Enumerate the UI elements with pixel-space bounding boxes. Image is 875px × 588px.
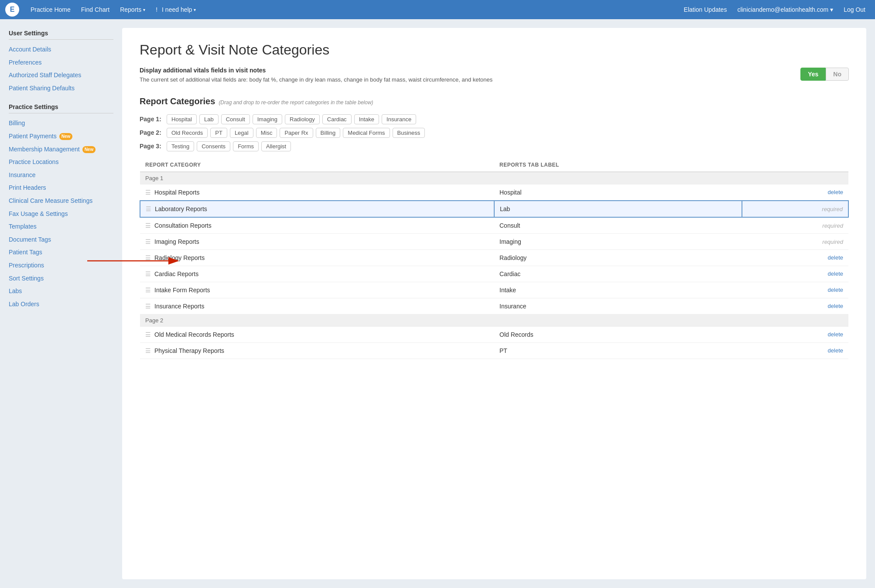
- action-cell: required: [742, 233, 848, 250]
- table-row: ☰Radiology ReportsRadiologydelete: [140, 250, 848, 266]
- sidebar-item-authorized-staff-delegates[interactable]: Authorized Staff Delegates: [9, 69, 113, 82]
- drag-handle-icon[interactable]: ☰: [145, 331, 151, 338]
- page-label-3: Page 3:: [140, 143, 164, 150]
- category-tag-medical-forms: Medical Forms: [343, 128, 390, 138]
- report-category-name: Laboratory Reports: [155, 205, 207, 212]
- delete-link[interactable]: delete: [828, 270, 843, 277]
- vitals-toggle-buttons: Yes No: [800, 68, 849, 81]
- delete-link[interactable]: delete: [828, 254, 843, 261]
- category-tag-cardiac: Cardiac: [322, 114, 352, 124]
- help-arrow-icon: ▾: [194, 7, 196, 12]
- category-tag-consents: Consents: [197, 141, 230, 151]
- category-tag-allergist: Allergist: [261, 141, 291, 151]
- drag-handle-icon[interactable]: ☰: [145, 254, 151, 261]
- nav-user-menu[interactable]: cliniciandemo@elationhealth.com ▾: [733, 3, 837, 16]
- action-cell: delete: [742, 298, 848, 314]
- user-arrow-icon: ▾: [830, 6, 833, 13]
- sidebar-item-patient-tags[interactable]: Patient Tags: [9, 246, 113, 259]
- category-tag-forms: Forms: [233, 141, 259, 151]
- delete-link[interactable]: delete: [828, 347, 843, 354]
- action-cell: required: [742, 201, 848, 217]
- page-wrapper: User Settings Account DetailsPreferences…: [0, 0, 875, 588]
- report-categories-section: Report Categories (Drag and drop to re-o…: [140, 96, 849, 151]
- badge-membership-management: New: [82, 146, 96, 153]
- drag-handle-icon[interactable]: ☰: [145, 222, 151, 229]
- drag-handle-icon[interactable]: ☰: [145, 303, 151, 310]
- report-category-name: Cardiac Reports: [154, 270, 198, 277]
- app-logo[interactable]: E: [5, 3, 19, 17]
- delete-link[interactable]: delete: [828, 287, 843, 293]
- sidebar-item-patient-payments[interactable]: Patient PaymentsNew: [9, 130, 113, 143]
- col-reports-tab-label: REPORTS TAB LABEL: [494, 158, 742, 172]
- page-row-2: Page 2:Old RecordsPTLegalMiscPaper RxBil…: [140, 128, 849, 138]
- nav-help-dropdown[interactable]: ! I need help ▾: [151, 3, 200, 16]
- table-row: ☰Old Medical Records ReportsOld Recordsd…: [140, 326, 848, 342]
- nav-find-chart[interactable]: Find Chart: [77, 3, 114, 16]
- sidebar-item-labs[interactable]: Labs: [9, 285, 113, 298]
- report-category-cell: ☰Radiology Reports: [140, 250, 494, 266]
- nav-reports-dropdown[interactable]: Reports ▾: [116, 3, 150, 16]
- vitals-yes-button[interactable]: Yes: [800, 68, 826, 81]
- table-row: ☰Cardiac ReportsCardiacdelete: [140, 266, 848, 282]
- sidebar-item-account-details[interactable]: Account Details: [9, 43, 113, 56]
- report-category-cell: ☰Intake Form Reports: [140, 282, 494, 298]
- report-category-cell: ☰Insurance Reports: [140, 298, 494, 314]
- drag-handle-icon[interactable]: ☰: [145, 270, 151, 277]
- nav-logout[interactable]: Log Out: [839, 3, 870, 16]
- sidebar-item-patient-sharing-defaults[interactable]: Patient Sharing Defaults: [9, 82, 113, 95]
- action-cell: delete: [742, 184, 848, 201]
- sidebar-item-practice-locations[interactable]: Practice Locations: [9, 156, 113, 169]
- sidebar-practice-settings-title: Practice Settings: [9, 103, 113, 113]
- sidebar: User Settings Account DetailsPreferences…: [0, 19, 122, 588]
- sidebar-item-insurance[interactable]: Insurance: [9, 169, 113, 182]
- report-category-cell: ☰Laboratory Reports: [140, 201, 494, 217]
- category-tag-pt: PT: [210, 128, 227, 138]
- sidebar-item-templates[interactable]: Templates: [9, 220, 113, 233]
- category-tag-paper-rx: Paper Rx: [280, 128, 313, 138]
- delete-link[interactable]: delete: [828, 189, 843, 195]
- category-tag-business: Business: [393, 128, 425, 138]
- sidebar-item-fax-usage-&-settings[interactable]: Fax Usage & Settings: [9, 208, 113, 221]
- required-label: required: [822, 206, 843, 212]
- delete-link[interactable]: delete: [828, 331, 843, 338]
- report-category-name: Insurance Reports: [154, 303, 204, 310]
- reports-tab-label-cell: Cardiac: [494, 266, 742, 282]
- sidebar-item-clinical-care-measure-settings[interactable]: Clinical Care Measure Settings: [9, 195, 113, 208]
- reports-tab-label-cell: Radiology: [494, 250, 742, 266]
- help-warning-icon: !: [156, 6, 157, 13]
- report-category-name: Old Medical Records Reports: [154, 331, 234, 338]
- reports-arrow-icon: ▾: [143, 7, 145, 12]
- sidebar-item-lab-orders[interactable]: Lab Orders: [9, 298, 113, 311]
- sidebar-item-document-tags[interactable]: Document Tags: [9, 233, 113, 246]
- action-cell: delete: [742, 326, 848, 342]
- sidebar-item-membership-management[interactable]: Membership ManagementNew: [9, 143, 113, 156]
- col-report-category: REPORT CATEGORY: [140, 158, 494, 172]
- category-tag-legal: Legal: [230, 128, 253, 138]
- vitals-text: Display additional vitals fields in visi…: [140, 67, 492, 84]
- page-categories: Page 1:HospitalLabConsultImagingRadiolog…: [140, 114, 849, 151]
- drag-handle-icon[interactable]: ☰: [145, 238, 151, 245]
- sidebar-item-print-headers[interactable]: Print Headers: [9, 181, 113, 195]
- drag-handle-icon[interactable]: ☰: [146, 205, 151, 212]
- drag-handle-icon[interactable]: ☰: [145, 189, 151, 196]
- vitals-no-button[interactable]: No: [826, 68, 849, 81]
- drag-handle-icon[interactable]: ☰: [145, 347, 151, 354]
- reports-tab-label-cell: Imaging: [494, 233, 742, 250]
- sidebar-user-settings-title: User Settings: [9, 30, 113, 40]
- report-category-cell: ☰Hospital Reports: [140, 184, 494, 201]
- nav-practice-home[interactable]: Practice Home: [26, 3, 75, 16]
- page-section-header: Page 2: [140, 314, 848, 326]
- sidebar-item-prescriptions[interactable]: Prescriptions: [9, 259, 113, 272]
- sidebar-item-preferences[interactable]: Preferences: [9, 56, 113, 69]
- sidebar-item-billing[interactable]: Billing: [9, 117, 113, 130]
- sidebar-item-sort-settings[interactable]: Sort Settings: [9, 272, 113, 285]
- drag-handle-icon[interactable]: ☰: [145, 287, 151, 294]
- category-tag-radiology: Radiology: [285, 114, 320, 124]
- category-tag-consult: Consult: [221, 114, 250, 124]
- delete-link[interactable]: delete: [828, 303, 843, 309]
- report-category-name: Radiology Reports: [154, 254, 205, 261]
- reports-tab-label-cell: Consult: [494, 217, 742, 234]
- nav-links: Practice Home Find Chart Reports ▾ ! I n…: [26, 3, 680, 16]
- table-header: REPORT CATEGORY REPORTS TAB LABEL: [140, 158, 848, 172]
- nav-elation-updates[interactable]: Elation Updates: [680, 3, 731, 16]
